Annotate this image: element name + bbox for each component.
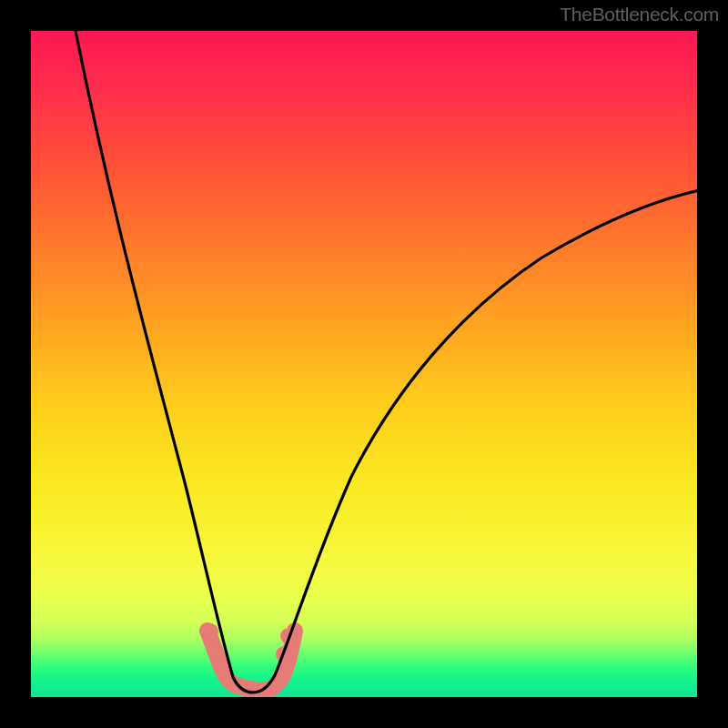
salmon-blob [202,623,218,640]
salmon-blob [207,642,223,658]
chart-frame: TheBottleneck.com [0,0,728,728]
curves-svg [31,31,697,697]
bottleneck-curve [75,31,697,693]
plot-area [31,31,697,697]
watermark-text: TheBottleneck.com [560,4,719,25]
